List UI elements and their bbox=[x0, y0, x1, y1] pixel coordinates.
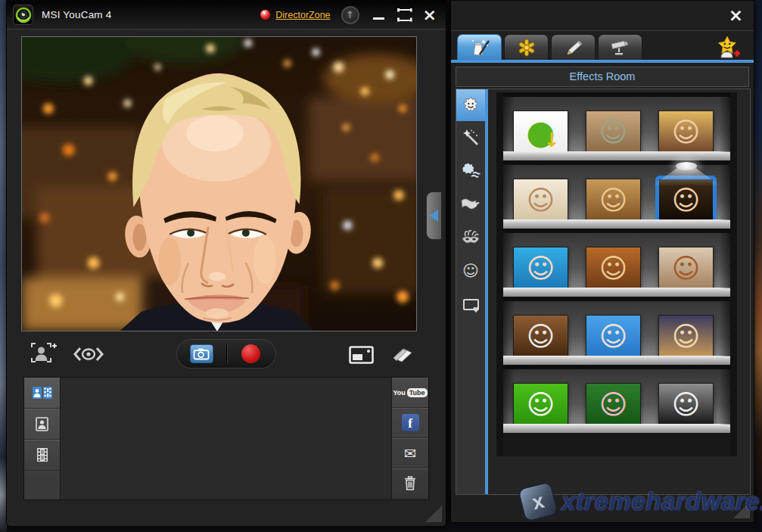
record-icon bbox=[241, 344, 260, 363]
directorzone-link[interactable]: DirectorZone bbox=[260, 9, 330, 20]
effect-glyph: ☺ bbox=[527, 391, 555, 418]
close-icon[interactable]: × bbox=[729, 5, 743, 25]
category-frames[interactable]: ♥ bbox=[456, 288, 485, 321]
gold-flower-icon bbox=[517, 38, 537, 58]
email-icon: ✉ bbox=[404, 445, 416, 462]
effect-thumbnail-download-more-effects[interactable]: ●↓ bbox=[513, 110, 568, 154]
category-emoticons[interactable]: ☺ bbox=[456, 254, 485, 288]
spotlight-lamp bbox=[676, 162, 697, 170]
effect-thumbnail-geisha-woman[interactable]: ☺ bbox=[658, 110, 714, 154]
camera-snapshot-icon bbox=[190, 344, 213, 363]
category-avatars[interactable] bbox=[456, 89, 485, 121]
category-accent-line bbox=[485, 89, 488, 494]
trash-icon bbox=[404, 476, 416, 490]
share-youtube-button[interactable]: You Tube bbox=[392, 378, 428, 408]
capture-pill bbox=[176, 339, 276, 369]
effect-thumbnail-businessman[interactable]: ☺ bbox=[513, 179, 568, 222]
surveillance-camera-icon bbox=[609, 38, 632, 58]
effect-thumbnail-blonde-woman-avatar[interactable]: ☺ bbox=[658, 315, 714, 358]
effect-glyph: ☺ bbox=[672, 187, 701, 214]
photo-icon bbox=[36, 417, 48, 431]
frame-heart-icon: ♥ bbox=[463, 299, 479, 310]
effect-thumbnail-teddy-bear[interactable]: ☺ bbox=[586, 179, 641, 222]
facebook-icon: f bbox=[402, 414, 419, 431]
effect-thumbnail-lincoln-statue[interactable]: ☺ bbox=[513, 315, 568, 358]
minimize-icon[interactable] bbox=[372, 8, 387, 23]
tab-surveillance[interactable] bbox=[598, 34, 642, 60]
share-facebook-button[interactable]: f bbox=[392, 408, 428, 438]
effects-panel: × bbox=[450, 0, 754, 523]
delete-media-button[interactable] bbox=[392, 468, 428, 499]
effect-glyph: ☺ bbox=[599, 119, 628, 146]
maximize-icon[interactable] bbox=[397, 8, 412, 22]
effect-glyph: ☺ bbox=[672, 255, 701, 282]
share-email-button[interactable]: ✉ bbox=[392, 438, 428, 468]
directorzone-label: DirectorZone bbox=[275, 10, 330, 20]
effects-panel-titlebar: × bbox=[451, 1, 754, 31]
effect-glyph: ☺ bbox=[527, 255, 555, 282]
effect-thumbnail-clown[interactable]: ☺ bbox=[513, 247, 568, 290]
category-masks[interactable] bbox=[456, 221, 485, 254]
category-scenes[interactable] bbox=[456, 188, 485, 221]
effects-shelf: ☺☺☺ bbox=[503, 160, 730, 229]
effect-glyph: ☺ bbox=[527, 323, 555, 350]
youcam-eye-logo bbox=[13, 5, 33, 25]
carnival-mask-icon bbox=[461, 229, 481, 247]
tab-draw[interactable] bbox=[551, 34, 596, 60]
smiley-icon: ☺ bbox=[462, 263, 479, 279]
collapse-left-arrow-icon bbox=[430, 210, 438, 222]
effect-glyph: ☺ bbox=[599, 323, 628, 350]
category-magic-effects[interactable] bbox=[456, 121, 485, 154]
effects-shelf: ☺☺☺ bbox=[503, 365, 730, 433]
effect-thumbnail-golden-retriever[interactable]: ☺ bbox=[586, 247, 641, 290]
controls-row bbox=[7, 337, 446, 372]
panel-resize-grip[interactable] bbox=[733, 502, 750, 518]
close-icon[interactable]: × bbox=[423, 8, 437, 23]
filter-photos[interactable] bbox=[24, 409, 60, 440]
effect-categories-strip: ☺ ♥ bbox=[456, 89, 485, 494]
star-face-icon bbox=[462, 96, 480, 114]
tab-gadgets[interactable] bbox=[504, 34, 549, 60]
eraser-icon[interactable] bbox=[391, 346, 414, 367]
effects-shelf: ☺☺☺ bbox=[503, 229, 730, 297]
effect-glyph: ☺ bbox=[527, 187, 555, 214]
effect-glyph: ☺ bbox=[599, 187, 628, 214]
directorzone-orb-icon bbox=[260, 9, 271, 20]
effect-glyph: ☺ bbox=[599, 391, 628, 418]
media-library: You Tube f ✉ bbox=[23, 377, 429, 500]
pencil-icon bbox=[563, 39, 584, 57]
upload-arrow-icon[interactable]: ↑ bbox=[341, 6, 359, 24]
filmstrip-icon bbox=[36, 447, 48, 462]
filter-videos[interactable] bbox=[24, 440, 60, 471]
effects-room-header: Effects Room bbox=[456, 67, 749, 87]
window-resize-grip[interactable] bbox=[425, 506, 442, 522]
effects-shelf: ●↓☺☺ bbox=[503, 92, 730, 160]
effect-thumbnail-lion-plush[interactable]: ☺ bbox=[586, 315, 641, 358]
face-login-icon[interactable] bbox=[31, 343, 57, 369]
add-emotion-effect-icon[interactable] bbox=[711, 34, 743, 60]
window-title: MSI YouCam 4 bbox=[42, 9, 111, 20]
collapse-panel-handle[interactable] bbox=[426, 191, 441, 240]
effect-thumbnail-classical-statue[interactable]: ☺ bbox=[658, 383, 714, 426]
magic-wand-icon bbox=[462, 129, 480, 147]
effect-thumbnail-terracotta-warrior[interactable]: ☺ bbox=[586, 110, 641, 154]
effect-thumbnail-pig-plush[interactable]: ☺ bbox=[586, 383, 641, 426]
effect-glyph: ☺ bbox=[672, 119, 701, 146]
filter-all-media[interactable] bbox=[24, 378, 60, 409]
effects-bookcase: ●↓☺☺ ☺☺☺ ☺☺☺ ☺☺☺ ☺☺☺ bbox=[496, 92, 737, 456]
active-tab-accent-bar bbox=[451, 60, 754, 63]
download-arrow-glyph: ↓ bbox=[543, 129, 560, 151]
effect-thumbnail-sheep-plush[interactable]: ☺ bbox=[513, 383, 568, 426]
effect-glyph: ☺ bbox=[672, 391, 701, 418]
eye-tracking-icon[interactable] bbox=[73, 346, 104, 366]
picture-in-picture-icon[interactable] bbox=[349, 346, 374, 367]
effect-thumbnail-brown-poodle[interactable]: ☺ bbox=[658, 247, 714, 290]
media-filter-strip bbox=[24, 378, 61, 499]
record-button[interactable] bbox=[227, 340, 276, 368]
tab-effects-room[interactable] bbox=[457, 34, 502, 60]
video-preview bbox=[21, 36, 417, 331]
banner-scene-icon bbox=[461, 196, 481, 213]
screenshot-stage: MSI YouCam 4 DirectorZone ↑ × bbox=[0, 0, 762, 532]
category-distortions[interactable] bbox=[456, 154, 485, 188]
snapshot-button[interactable] bbox=[177, 340, 226, 368]
